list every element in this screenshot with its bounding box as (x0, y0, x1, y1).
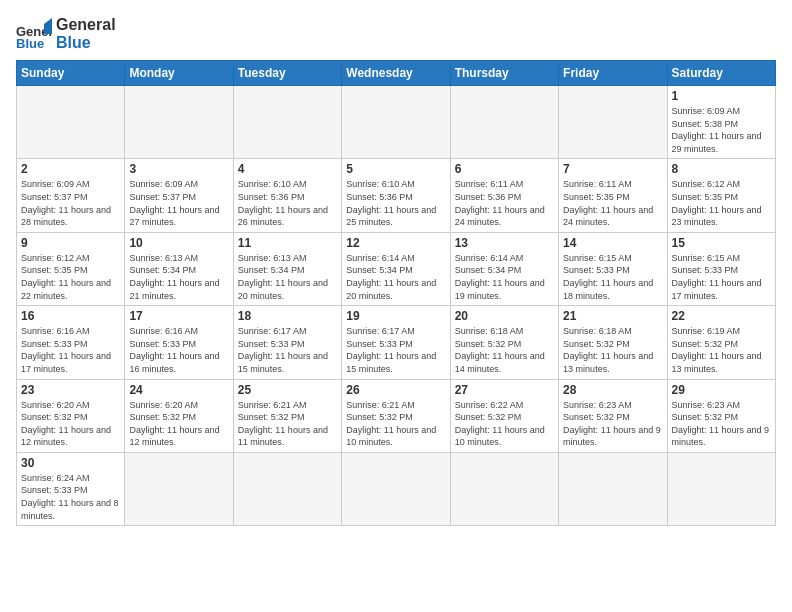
day-info: Sunrise: 6:10 AMSunset: 5:36 PMDaylight:… (238, 178, 337, 228)
day-number: 7 (563, 162, 662, 176)
calendar-week-3: 9Sunrise: 6:12 AMSunset: 5:35 PMDaylight… (17, 232, 776, 305)
calendar-week-5: 23Sunrise: 6:20 AMSunset: 5:32 PMDayligh… (17, 379, 776, 452)
day-number: 14 (563, 236, 662, 250)
day-info: Sunrise: 6:20 AMSunset: 5:32 PMDaylight:… (21, 399, 120, 449)
calendar-cell: 11Sunrise: 6:13 AMSunset: 5:34 PMDayligh… (233, 232, 341, 305)
logo-general: General (56, 16, 116, 34)
calendar-cell (450, 86, 558, 159)
day-info: Sunrise: 6:16 AMSunset: 5:33 PMDaylight:… (129, 325, 228, 375)
calendar-cell: 15Sunrise: 6:15 AMSunset: 5:33 PMDayligh… (667, 232, 775, 305)
day-number: 28 (563, 383, 662, 397)
day-number: 23 (21, 383, 120, 397)
col-header-friday: Friday (559, 61, 667, 86)
calendar-cell: 3Sunrise: 6:09 AMSunset: 5:37 PMDaylight… (125, 159, 233, 232)
day-number: 4 (238, 162, 337, 176)
calendar-header-row: SundayMondayTuesdayWednesdayThursdayFrid… (17, 61, 776, 86)
day-number: 21 (563, 309, 662, 323)
calendar-cell: 10Sunrise: 6:13 AMSunset: 5:34 PMDayligh… (125, 232, 233, 305)
calendar-cell (17, 86, 125, 159)
calendar-cell: 8Sunrise: 6:12 AMSunset: 5:35 PMDaylight… (667, 159, 775, 232)
calendar-week-1: 1Sunrise: 6:09 AMSunset: 5:38 PMDaylight… (17, 86, 776, 159)
day-info: Sunrise: 6:09 AMSunset: 5:37 PMDaylight:… (129, 178, 228, 228)
calendar-cell (125, 452, 233, 525)
day-number: 19 (346, 309, 445, 323)
calendar-cell: 1Sunrise: 6:09 AMSunset: 5:38 PMDaylight… (667, 86, 775, 159)
day-info: Sunrise: 6:13 AMSunset: 5:34 PMDaylight:… (129, 252, 228, 302)
calendar-cell: 24Sunrise: 6:20 AMSunset: 5:32 PMDayligh… (125, 379, 233, 452)
col-header-tuesday: Tuesday (233, 61, 341, 86)
day-number: 15 (672, 236, 771, 250)
calendar-cell: 13Sunrise: 6:14 AMSunset: 5:34 PMDayligh… (450, 232, 558, 305)
calendar-cell: 17Sunrise: 6:16 AMSunset: 5:33 PMDayligh… (125, 306, 233, 379)
calendar-week-6: 30Sunrise: 6:24 AMSunset: 5:33 PMDayligh… (17, 452, 776, 525)
calendar-cell (233, 86, 341, 159)
calendar-cell (667, 452, 775, 525)
day-number: 6 (455, 162, 554, 176)
calendar-cell: 29Sunrise: 6:23 AMSunset: 5:32 PMDayligh… (667, 379, 775, 452)
day-number: 2 (21, 162, 120, 176)
calendar-cell: 23Sunrise: 6:20 AMSunset: 5:32 PMDayligh… (17, 379, 125, 452)
day-number: 20 (455, 309, 554, 323)
day-number: 27 (455, 383, 554, 397)
calendar-cell: 5Sunrise: 6:10 AMSunset: 5:36 PMDaylight… (342, 159, 450, 232)
day-number: 18 (238, 309, 337, 323)
calendar-cell: 22Sunrise: 6:19 AMSunset: 5:32 PMDayligh… (667, 306, 775, 379)
calendar-cell: 21Sunrise: 6:18 AMSunset: 5:32 PMDayligh… (559, 306, 667, 379)
day-info: Sunrise: 6:17 AMSunset: 5:33 PMDaylight:… (346, 325, 445, 375)
day-info: Sunrise: 6:24 AMSunset: 5:33 PMDaylight:… (21, 472, 120, 522)
col-header-wednesday: Wednesday (342, 61, 450, 86)
calendar-cell: 2Sunrise: 6:09 AMSunset: 5:37 PMDaylight… (17, 159, 125, 232)
day-info: Sunrise: 6:23 AMSunset: 5:32 PMDaylight:… (563, 399, 662, 449)
calendar-cell (125, 86, 233, 159)
day-info: Sunrise: 6:12 AMSunset: 5:35 PMDaylight:… (672, 178, 771, 228)
day-info: Sunrise: 6:21 AMSunset: 5:32 PMDaylight:… (238, 399, 337, 449)
calendar-cell (450, 452, 558, 525)
svg-marker-2 (44, 18, 52, 34)
day-number: 29 (672, 383, 771, 397)
day-number: 22 (672, 309, 771, 323)
day-number: 12 (346, 236, 445, 250)
day-info: Sunrise: 6:11 AMSunset: 5:35 PMDaylight:… (563, 178, 662, 228)
day-info: Sunrise: 6:15 AMSunset: 5:33 PMDaylight:… (563, 252, 662, 302)
day-number: 30 (21, 456, 120, 470)
calendar-cell (559, 86, 667, 159)
calendar-cell: 16Sunrise: 6:16 AMSunset: 5:33 PMDayligh… (17, 306, 125, 379)
calendar-table: SundayMondayTuesdayWednesdayThursdayFrid… (16, 60, 776, 526)
day-info: Sunrise: 6:23 AMSunset: 5:32 PMDaylight:… (672, 399, 771, 449)
day-number: 1 (672, 89, 771, 103)
calendar-cell (559, 452, 667, 525)
day-info: Sunrise: 6:10 AMSunset: 5:36 PMDaylight:… (346, 178, 445, 228)
calendar-cell: 6Sunrise: 6:11 AMSunset: 5:36 PMDaylight… (450, 159, 558, 232)
calendar-cell: 28Sunrise: 6:23 AMSunset: 5:32 PMDayligh… (559, 379, 667, 452)
day-info: Sunrise: 6:11 AMSunset: 5:36 PMDaylight:… (455, 178, 554, 228)
calendar-cell: 4Sunrise: 6:10 AMSunset: 5:36 PMDaylight… (233, 159, 341, 232)
calendar-cell: 25Sunrise: 6:21 AMSunset: 5:32 PMDayligh… (233, 379, 341, 452)
page-header: General Blue General Blue (16, 16, 776, 52)
day-info: Sunrise: 6:09 AMSunset: 5:37 PMDaylight:… (21, 178, 120, 228)
calendar-cell: 12Sunrise: 6:14 AMSunset: 5:34 PMDayligh… (342, 232, 450, 305)
calendar-cell: 14Sunrise: 6:15 AMSunset: 5:33 PMDayligh… (559, 232, 667, 305)
calendar-cell (342, 86, 450, 159)
logo: General Blue General Blue (16, 16, 116, 52)
day-info: Sunrise: 6:12 AMSunset: 5:35 PMDaylight:… (21, 252, 120, 302)
day-number: 9 (21, 236, 120, 250)
day-info: Sunrise: 6:18 AMSunset: 5:32 PMDaylight:… (455, 325, 554, 375)
day-number: 25 (238, 383, 337, 397)
calendar-week-2: 2Sunrise: 6:09 AMSunset: 5:37 PMDaylight… (17, 159, 776, 232)
calendar-cell: 20Sunrise: 6:18 AMSunset: 5:32 PMDayligh… (450, 306, 558, 379)
calendar-cell: 9Sunrise: 6:12 AMSunset: 5:35 PMDaylight… (17, 232, 125, 305)
day-number: 8 (672, 162, 771, 176)
day-info: Sunrise: 6:17 AMSunset: 5:33 PMDaylight:… (238, 325, 337, 375)
svg-text:Blue: Blue (16, 36, 44, 51)
calendar-cell: 18Sunrise: 6:17 AMSunset: 5:33 PMDayligh… (233, 306, 341, 379)
calendar-cell: 30Sunrise: 6:24 AMSunset: 5:33 PMDayligh… (17, 452, 125, 525)
day-number: 17 (129, 309, 228, 323)
calendar-cell: 27Sunrise: 6:22 AMSunset: 5:32 PMDayligh… (450, 379, 558, 452)
calendar-cell (233, 452, 341, 525)
calendar-cell: 7Sunrise: 6:11 AMSunset: 5:35 PMDaylight… (559, 159, 667, 232)
day-number: 16 (21, 309, 120, 323)
day-info: Sunrise: 6:16 AMSunset: 5:33 PMDaylight:… (21, 325, 120, 375)
logo-blue: Blue (56, 34, 116, 52)
calendar-cell (342, 452, 450, 525)
day-info: Sunrise: 6:18 AMSunset: 5:32 PMDaylight:… (563, 325, 662, 375)
